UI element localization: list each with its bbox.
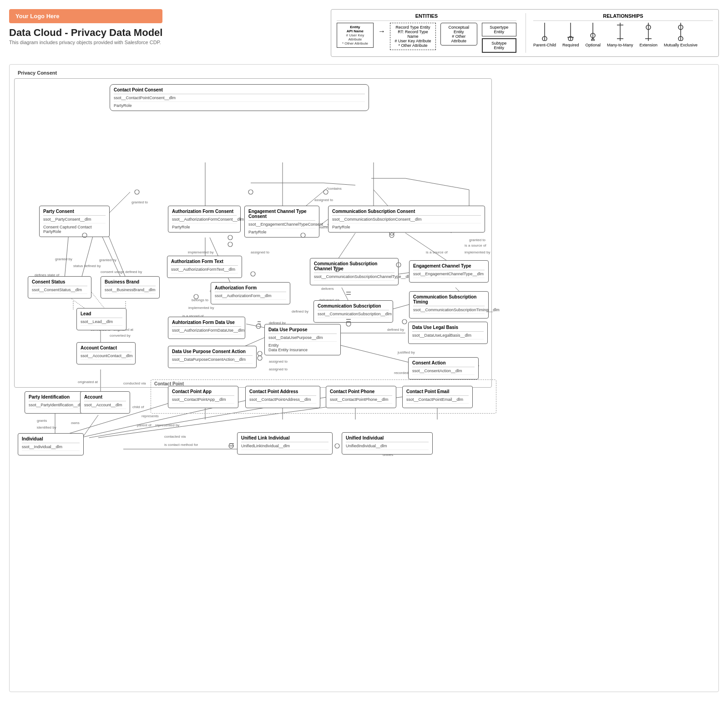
ent-comm-sub-timing-title: Communication Subscription Timing — [413, 294, 485, 306]
svg-text:child of: child of — [132, 405, 144, 409]
logo-box: Your Logo Here — [9, 9, 162, 23]
ent-party-identification: Party Identification ssot__PartyIdentifi… — [25, 391, 88, 414]
ent-lead: Lead ssot__Lead__dlm — [76, 308, 126, 330]
ent-comm-sub-timing-api: ssot__CommunicationSubscriptionTiming__d… — [413, 308, 485, 314]
ent-lead-api: ssot__Lead__dlm — [81, 319, 122, 326]
ent-comm-sub-channel-type-api: ssot__CommunicationSubscriptionChannelTy… — [314, 274, 394, 281]
ent-contact-point-phone-title: Contact Point Phone — [330, 389, 392, 396]
legend-supertype-entity: Supertype Entity Subtype Entity — [482, 23, 516, 53]
ent-data-use-purpose-title: Data Use Purpose — [268, 327, 337, 334]
ent-unified-individual-title: Unified Individual — [346, 435, 429, 442]
ent-party-consent-api: ssot__PartyConsent__dlm — [43, 217, 106, 223]
ent-comm-sub-consent-api: ssot__CommunicationSubscriptionConsent__… — [332, 217, 481, 223]
ent-account-api: ssot__Account__dlm — [84, 403, 126, 409]
ent-consent-action-title: Consent Action — [412, 360, 475, 367]
ent-auth-form-api: ssot__AuthorizationForm__dlm — [215, 293, 286, 300]
ent-contact-point-phone-api: ssot__ContactPointPhone__dlm — [330, 397, 392, 404]
ent-unified-individual-api: UnifiedIndividual__dlm — [346, 444, 429, 450]
ent-contact-point-address-title: Contact Point Address — [249, 389, 316, 396]
ent-auth-form-title: Authorization Form — [215, 285, 286, 292]
ent-consent-action-api: ssot__ConsentAction__dlm — [412, 369, 475, 375]
legend-conceptual-entity: Conceptual Entity # Other Attribute — [440, 23, 477, 46]
ent-contact-point-consent-title: Contact Point Consent — [114, 87, 365, 94]
ent-party-identification-title: Party Identification — [29, 394, 84, 401]
ent-engagement-channel-type: Engagement Channel Type ssot__Engagement… — [409, 260, 489, 283]
ent-individual-api: ssot__Individual__dlm — [22, 445, 80, 451]
privacy-section-label: Privacy Consent — [14, 68, 61, 77]
ent-lead-title: Lead — [81, 311, 122, 318]
legend-record-type-entity: Record Type Entity RT: Record Type Name … — [390, 23, 436, 50]
ent-party-consent: Party Consent ssot__PartyConsent__dlm Co… — [39, 206, 110, 237]
ent-comm-sub-consent: Communication Subscription Consent ssot_… — [328, 206, 485, 233]
svg-point-139 — [335, 444, 339, 448]
ent-contact-point-consent-attr: PartyRole — [114, 103, 365, 108]
ent-engagement-channel-type-api: ssot__EngagementChannelType__dlm — [413, 272, 485, 278]
ent-unified-link-individual-api: UnifiedLinkIndividual__dlm — [241, 444, 329, 450]
ent-data-use-purpose-attr2: Data Entity Insurance — [268, 348, 337, 352]
svg-text:is contact method for: is contact method for — [164, 443, 198, 447]
svg-text:represented by: represented by — [155, 423, 179, 427]
ent-auth-form-data-use-api: ssot__AuthorizationFormDataUse__dlm — [172, 328, 241, 334]
svg-line-34 — [82, 415, 98, 438]
ent-party-consent-attr2: PartyRole — [43, 229, 106, 234]
ent-account: Account ssot__Account__dlm — [80, 391, 130, 414]
ent-engagement-consent-api: ssot__EngagementChannelTypeConsent__dlm — [248, 222, 315, 228]
ent-contact-point-consent-api: ssot__ContactPointConsent__dlm — [114, 96, 365, 102]
svg-text:identified by: identified by — [37, 425, 56, 430]
ent-contact-point-app-api: ssot__ContactPointApp__dlm — [172, 397, 234, 404]
ent-business-brand-title: Business Brand — [105, 279, 156, 286]
ent-comm-sub-timing: Communication Subscription Timing ssot__… — [409, 291, 489, 318]
ent-comm-subscription-api: ssot__CommunicationSubscription__dlm — [318, 312, 389, 318]
ent-data-use-purpose-consent-action: Data Use Purpose Consent Action ssot__Da… — [168, 346, 257, 368]
svg-point-138 — [229, 444, 233, 448]
ent-contact-point-consent: Contact Point Consent ssot__ContactPoint… — [110, 84, 369, 111]
ent-party-consent-attr1: Consent Captured Contact — [43, 225, 106, 229]
ent-auth-form-text-api: ssot__AuthorizationFormText__dlm — [171, 267, 238, 273]
ent-data-use-purpose-consent-action-api: ssot__DataPurposeConsentAction__dlm — [172, 357, 253, 364]
ent-unified-link-individual: Unified Link Individual UnifiedLinkIndiv… — [237, 432, 333, 455]
ent-data-use-purpose-attr1: Entity — [268, 343, 337, 348]
ent-comm-sub-channel-type: Communication Subscription Channel Type … — [310, 258, 399, 285]
ent-individual: Individual ssot__Individual__dlm — [18, 433, 84, 455]
ent-consent-status: Consent Status ssot__ConsentStatus__dlm — [28, 276, 91, 298]
legend: ENTITIES Entity API Name # User Key Attr… — [331, 9, 719, 57]
ent-data-use-legal-basis-api: ssot__DataUseLegalBasis__dlm — [412, 333, 484, 339]
ent-account-contact-api: ssot__AccountContact__dlm — [81, 354, 131, 360]
legend-relationships-title: RELATIONSHIPS — [533, 13, 713, 21]
ent-party-identification-api: ssot__PartyIdentification__dlm — [29, 403, 84, 409]
main-title: Data Cloud - Privacy Data Model — [9, 27, 162, 39]
ent-auth-form-consent: Authorization Form Consent ssot__Authori… — [168, 206, 241, 233]
ent-contact-point-email-title: Contact Point Email — [406, 389, 469, 396]
ent-auth-form-consent-attr: PartyRole — [172, 225, 237, 229]
ent-contact-point-app-title: Contact Point App — [172, 389, 234, 396]
ent-comm-subscription-title: Communication Subscription — [318, 303, 389, 310]
ent-contact-point-phone: Contact Point Phone ssot__ContactPointPh… — [326, 386, 396, 408]
legend-rel-mutually-exclusive: Mutually Exclusive — [664, 23, 698, 47]
ent-account-contact-title: Account Contact — [81, 345, 131, 352]
legend-rel-many-to-many: Many-to-Many — [607, 23, 633, 47]
ent-auth-form-consent-title: Authorization Form Consent — [172, 209, 237, 216]
ent-business-brand-api: ssot__BusinessBrand__dlm — [105, 288, 156, 294]
ent-data-use-purpose: Data Use Purpose ssot__DataUsePurpose__d… — [264, 324, 341, 355]
ent-engagement-consent-title: Engagement Channel Type Consent — [248, 209, 315, 221]
ent-data-use-legal-basis: Data Use Legal Basis ssot__DataUseLegalB… — [408, 322, 488, 344]
ent-contact-point-app: Contact Point App ssot__ContactPointApp_… — [168, 386, 238, 408]
ent-contact-point-address-api: ssot__ContactPointAddress__dlm — [249, 397, 316, 404]
ent-auth-form-text-title: Authorization Form Text — [171, 259, 238, 266]
ent-comm-sub-consent-title: Communication Subscription Consent — [332, 209, 481, 216]
ent-consent-action: Consent Action ssot__ConsentAction__dlm — [408, 357, 479, 379]
ent-contact-point-email-api: ssot__ContactPointEmail__dlm — [406, 397, 469, 404]
ent-comm-sub-channel-type-title: Communication Subscription Channel Type — [314, 261, 394, 273]
legend-rel-optional: Optional — [586, 23, 601, 47]
ent-auth-form-text: Authorization Form Text ssot__Authorizat… — [167, 256, 242, 278]
ent-data-use-purpose-api: ssot__DataUsePurpose__dlm — [268, 335, 337, 342]
ent-engagement-consent: Engagement Channel Type Consent ssot__En… — [244, 206, 319, 238]
ent-data-use-legal-basis-title: Data Use Legal Basis — [412, 325, 484, 332]
ent-engagement-channel-type-title: Engagement Channel Type — [413, 263, 485, 270]
svg-text:owns: owns — [71, 421, 80, 425]
ent-data-use-purpose-consent-action-title: Data Use Purpose Consent Action — [172, 349, 253, 356]
legend-rel-required: Required — [562, 23, 579, 47]
ent-party-consent-title: Party Consent — [43, 209, 106, 216]
ent-unified-link-individual-title: Unified Link Individual — [241, 435, 329, 442]
legend-rel-parent-child: Parent-Child — [533, 23, 556, 47]
